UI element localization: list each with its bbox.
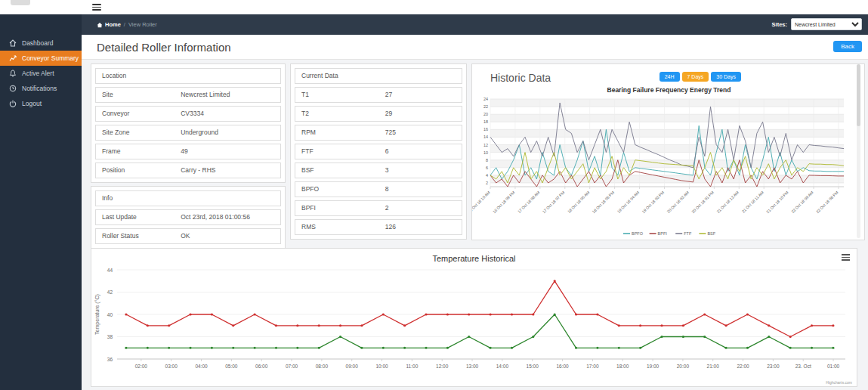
svg-text:20 Oct 18 01 PM: 20 Oct 18 01 PM	[690, 190, 715, 214]
svg-text:22: 22	[483, 104, 488, 109]
top-strip	[0, 0, 868, 14]
sidebar-item-label: Notifications	[22, 85, 57, 92]
breadcrumb-current: View Roller	[128, 21, 157, 28]
range-button-7-days[interactable]: 7 Days	[682, 72, 709, 82]
sidebar-item-conveyor-summary[interactable]: Conveyor Summary	[0, 51, 82, 66]
info-row: BPFO8	[295, 181, 462, 197]
svg-text:22 Oct 18 08 PM: 22 Oct 18 08 PM	[815, 190, 839, 214]
svg-text:16 Oct 18 09 PM: 16 Oct 18 09 PM	[492, 190, 516, 214]
row-value: 27	[385, 88, 392, 102]
svg-text:16:00: 16:00	[556, 364, 569, 369]
svg-text:19:00: 19:00	[647, 364, 659, 369]
row-label: BPFI	[301, 204, 316, 212]
svg-text:FTF: FTF	[684, 231, 692, 236]
row-label: Conveyor	[102, 110, 129, 117]
svg-text:10: 10	[483, 150, 488, 155]
hamburger-menu-icon[interactable]	[92, 4, 101, 11]
row-label: T2	[301, 110, 309, 117]
historic-data-panel: Historic Data 24H7 Days30 Days Bearing F…	[471, 63, 865, 240]
chart-title: Temperature Historical	[91, 254, 857, 263]
clock-icon	[9, 85, 17, 92]
breadcrumb: Home / View Roller	[97, 14, 157, 35]
info-row: PositionCarry - RHS	[95, 162, 281, 178]
sidebar-item-logout[interactable]: Logout	[0, 96, 82, 111]
sidebar-item-label: Active Alert	[22, 70, 54, 77]
card-header: Current Data	[295, 68, 462, 84]
logo	[11, 0, 30, 5]
svg-text:12:00: 12:00	[436, 364, 449, 369]
power-icon	[9, 100, 17, 107]
row-label: Roller Status	[102, 232, 139, 240]
svg-text:22:00: 22:00	[737, 364, 749, 369]
svg-text:12: 12	[483, 143, 488, 147]
svg-text:6: 6	[486, 166, 488, 170]
sidebar-item-dashboard[interactable]: Dashboard	[0, 36, 82, 51]
breadcrumb-separator: /	[124, 21, 125, 28]
breadcrumb-home[interactable]: Home	[97, 21, 121, 28]
row-value: 3	[385, 163, 389, 178]
svg-text:Highcharts.com: Highcharts.com	[826, 380, 852, 385]
location-card: Location SiteNewcrest LimitedConveyorCV3…	[91, 63, 286, 183]
svg-text:03:00: 03:00	[165, 364, 178, 369]
vertical-scrollbar[interactable]	[857, 64, 860, 238]
svg-text:13:00: 13:00	[466, 364, 479, 369]
info-row: BPFI2	[295, 200, 462, 216]
row-label: Site	[102, 91, 113, 98]
svg-text:10:00: 10:00	[375, 364, 388, 369]
temperature-chart: 363840424402:0003:0004:0005:0006:0007:00…	[91, 264, 857, 386]
svg-text:16: 16	[483, 127, 488, 132]
range-button-30-days[interactable]: 30 Days	[711, 72, 741, 82]
row-label: T1	[301, 91, 309, 98]
svg-text:36: 36	[107, 357, 113, 362]
row-label: Position	[102, 166, 125, 174]
row-value: Underground	[181, 125, 218, 140]
card-header: Location	[95, 68, 281, 84]
svg-text:24: 24	[483, 97, 488, 101]
sidebar-item-notifications[interactable]: Notifications	[0, 81, 82, 96]
home-icon	[9, 39, 17, 47]
svg-text:17 Oct 18 08 AM: 17 Oct 18 08 AM	[517, 190, 541, 214]
svg-text:17 Oct 18 07 PM: 17 Oct 18 07 PM	[542, 190, 566, 214]
info-row: Roller StatusOK	[95, 228, 281, 244]
row-label: RPM	[301, 128, 316, 136]
svg-text:09:00: 09:00	[346, 364, 359, 369]
svg-text:21:00: 21:00	[707, 364, 720, 369]
panel-title: Historic Data	[490, 72, 551, 84]
svg-text:20: 20	[483, 112, 488, 116]
row-value: 49	[181, 144, 187, 159]
sidebar-item-label: Logout	[22, 100, 42, 107]
row-label: FTF	[301, 147, 314, 155]
svg-text:38: 38	[107, 334, 113, 339]
heading-band: Detailed Roller Information Back	[82, 35, 868, 60]
svg-text:BPFI: BPFI	[658, 231, 668, 236]
svg-text:23. Oct: 23. Oct	[795, 364, 811, 369]
row-label: BSF	[301, 166, 314, 174]
svg-text:18 Oct 18 05 PM: 18 Oct 18 05 PM	[592, 190, 616, 214]
svg-text:18: 18	[483, 119, 488, 124]
sidebar-item-label: Dashboard	[22, 39, 54, 47]
bell-icon	[9, 70, 17, 77]
svg-text:15:00: 15:00	[527, 364, 539, 369]
back-button[interactable]: Back	[833, 41, 862, 52]
svg-text:23:00: 23:00	[767, 364, 780, 369]
svg-text:06:00: 06:00	[255, 364, 268, 369]
row-value: Oct 23rd, 2018 01:00:56	[181, 210, 250, 224]
sidebar-item-label: Conveyor Summary	[22, 54, 79, 62]
svg-text:20:00: 20:00	[677, 364, 690, 369]
page-title: Detailed Roller Information	[97, 35, 231, 60]
row-label: Site Zone	[102, 128, 129, 136]
chart-context-menu-icon[interactable]	[842, 254, 850, 261]
svg-text:18:00: 18:00	[616, 364, 629, 369]
svg-text:04:00: 04:00	[195, 364, 208, 369]
info-row: Frame49	[95, 144, 281, 159]
scrollbar-thumb[interactable]	[857, 64, 860, 126]
info-row: ConveyorCV3334	[95, 106, 281, 122]
main-content: Detailed Roller Information Back Locatio…	[82, 35, 868, 390]
svg-text:BPFO: BPFO	[632, 231, 644, 236]
home-icon	[97, 22, 103, 28]
range-button-24h[interactable]: 24H	[659, 72, 680, 82]
svg-text:21 Oct 18 10 PM: 21 Oct 18 10 PM	[765, 190, 789, 214]
info-row: RPM725	[295, 125, 462, 141]
sidebar-item-active-alert[interactable]: Active Alert	[0, 66, 82, 81]
sites-select[interactable]: Newcrest Limited	[791, 18, 862, 30]
